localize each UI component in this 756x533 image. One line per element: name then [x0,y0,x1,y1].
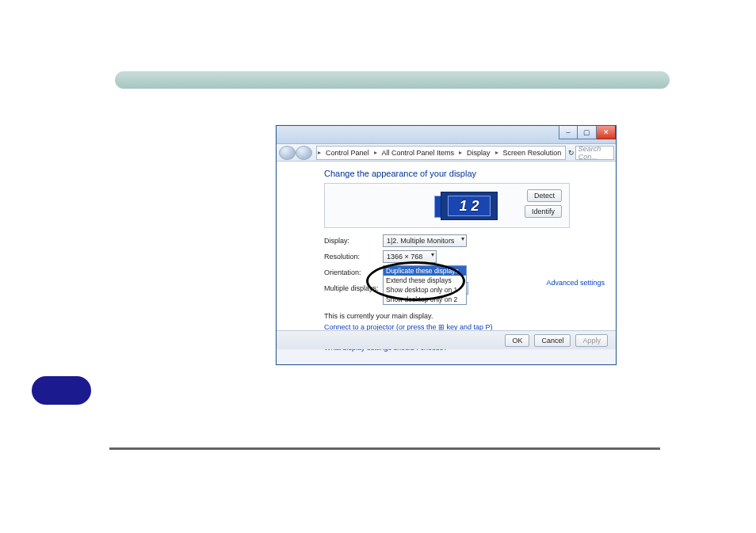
multiple-displays-label: Multiple displays: [324,284,383,292]
monitor-overlay-number: 1 2 [448,196,491,216]
monitor-thumb-main[interactable]: 1 2 [441,192,498,220]
search-input[interactable]: Search Con... [575,146,614,160]
search-placeholder: Search Con... [578,145,611,161]
page-side-badge [32,376,91,405]
dropdown-option[interactable]: Duplicate these displays [384,266,466,276]
window-screen-resolution: – ▢ ✕ ▸ Control Panel ▸ All Control Pane… [276,125,617,365]
ok-button[interactable]: OK [505,334,529,347]
title-bar: – ▢ ✕ [277,126,616,144]
resolution-select[interactable]: 1366 × 768 [383,250,437,263]
display-select[interactable]: 1|2. Multiple Monitors [383,234,467,247]
breadcrumb-item[interactable]: Control Panel [322,149,373,157]
address-bar-row: ▸ Control Panel ▸ All Control Panel Item… [277,144,616,162]
breadcrumb-item[interactable]: All Control Panel Items [378,149,459,157]
forward-button[interactable] [296,146,312,160]
maximize-button[interactable]: ▢ [578,126,597,139]
section-header-bar [115,71,670,89]
dropdown-option[interactable]: Show desktop only on 1 [384,285,466,295]
identify-button[interactable]: Identify [525,205,562,218]
cancel-button[interactable]: Cancel [534,334,571,347]
dropdown-option[interactable]: Show desktop only on 2 [384,295,466,304]
advanced-settings-link[interactable]: Advanced settings [546,279,605,287]
horizontal-rule [109,447,660,450]
breadcrumb-item[interactable]: Display [463,149,494,157]
minimize-button[interactable]: – [559,126,578,139]
multiple-displays-dropdown[interactable]: Duplicate these displays Extend these di… [383,265,467,305]
back-button[interactable] [279,146,296,160]
orientation-label: Orientation: [324,268,383,276]
breadcrumb-item[interactable]: Screen Resolution [499,149,566,157]
display-preview: 1 2 Detect Identify [324,183,570,228]
main-display-note: This is currently your main display. [324,312,605,320]
dialog-footer: OK Cancel Apply [277,330,616,349]
breadcrumb[interactable]: ▸ Control Panel ▸ All Control Panel Item… [316,146,566,160]
page-heading: Change the appearance of your display [324,169,605,178]
apply-button[interactable]: Apply [575,334,608,347]
dropdown-option[interactable]: Extend these displays [384,276,466,285]
close-button[interactable]: ✕ [597,126,616,139]
display-label: Display: [324,237,383,245]
content-area: Change the appearance of your display 1 … [277,162,616,349]
resolution-label: Resolution: [324,253,383,261]
refresh-icon[interactable]: ↻ [567,149,575,157]
detect-button[interactable]: Detect [527,189,562,202]
